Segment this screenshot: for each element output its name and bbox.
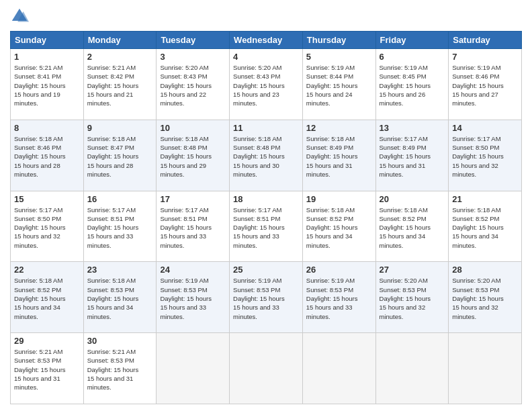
day-detail: Sunrise: 5:17 AMSunset: 8:51 PMDaylight:…: [233, 206, 285, 249]
calendar-cell: 12 Sunrise: 5:18 AMSunset: 8:49 PMDaylig…: [302, 120, 375, 191]
day-number: 12: [306, 123, 372, 133]
calendar-cell: 10 Sunrise: 5:18 AMSunset: 8:48 PMDaylig…: [157, 120, 230, 191]
day-detail: Sunrise: 5:18 AMSunset: 8:53 PMDaylight:…: [87, 277, 139, 320]
calendar-cell: 25 Sunrise: 5:19 AMSunset: 8:53 PMDaylig…: [230, 262, 303, 333]
calendar-cell: 26 Sunrise: 5:19 AMSunset: 8:53 PMDaylig…: [302, 262, 375, 333]
logo-icon: [10, 7, 29, 26]
day-number: 23: [87, 265, 153, 275]
day-detail: Sunrise: 5:19 AMSunset: 8:45 PMDaylight:…: [380, 64, 431, 107]
calendar-cell: 18 Sunrise: 5:17 AMSunset: 8:51 PMDaylig…: [230, 191, 303, 262]
day-detail: Sunrise: 5:17 AMSunset: 8:50 PMDaylight:…: [452, 135, 504, 178]
day-detail: Sunrise: 5:18 AMSunset: 8:52 PMDaylight:…: [380, 206, 431, 249]
day-detail: Sunrise: 5:20 AMSunset: 8:53 PMDaylight:…: [380, 277, 431, 320]
day-number: 13: [380, 123, 445, 133]
calendar-cell: 24 Sunrise: 5:19 AMSunset: 8:53 PMDaylig…: [157, 262, 230, 333]
day-number: 8: [14, 123, 80, 133]
day-detail: Sunrise: 5:18 AMSunset: 8:52 PMDaylight:…: [14, 277, 66, 320]
day-number: 4: [233, 52, 299, 62]
day-detail: Sunrise: 5:21 AMSunset: 8:53 PMDaylight:…: [14, 348, 66, 391]
day-number: 5: [306, 52, 372, 62]
calendar-week-row: 8 Sunrise: 5:18 AMSunset: 8:46 PMDayligh…: [11, 120, 522, 191]
logo: [10, 7, 32, 26]
calendar-cell: [302, 333, 375, 404]
day-number: 3: [160, 52, 226, 62]
calendar-table: SundayMondayTuesdayWednesdayThursdayFrid…: [10, 31, 522, 404]
day-number: 18: [233, 194, 299, 204]
day-number: 6: [380, 52, 445, 62]
day-detail: Sunrise: 5:17 AMSunset: 8:49 PMDaylight:…: [380, 135, 431, 178]
day-number: 21: [452, 194, 518, 204]
day-number: 2: [87, 52, 153, 62]
day-detail: Sunrise: 5:18 AMSunset: 8:48 PMDaylight:…: [233, 135, 285, 178]
calendar-cell: 16 Sunrise: 5:17 AMSunset: 8:51 PMDaylig…: [83, 191, 157, 262]
calendar-cell: 8 Sunrise: 5:18 AMSunset: 8:46 PMDayligh…: [11, 120, 84, 191]
day-number: 10: [160, 123, 226, 133]
calendar-cell: 4 Sunrise: 5:20 AMSunset: 8:43 PMDayligh…: [230, 49, 303, 120]
day-number: 26: [306, 265, 372, 275]
calendar-cell: 29 Sunrise: 5:21 AMSunset: 8:53 PMDaylig…: [11, 333, 84, 404]
calendar-cell: 9 Sunrise: 5:18 AMSunset: 8:47 PMDayligh…: [83, 120, 157, 191]
calendar-cell: [157, 333, 230, 404]
calendar-cell: 14 Sunrise: 5:17 AMSunset: 8:50 PMDaylig…: [449, 120, 522, 191]
calendar-cell: 19 Sunrise: 5:18 AMSunset: 8:52 PMDaylig…: [302, 191, 375, 262]
day-number: 7: [452, 52, 518, 62]
day-detail: Sunrise: 5:21 AMSunset: 8:42 PMDaylight:…: [87, 64, 139, 107]
weekday-header-tuesday: Tuesday: [157, 32, 230, 49]
weekday-header-row: SundayMondayTuesdayWednesdayThursdayFrid…: [11, 32, 522, 49]
calendar-week-row: 22 Sunrise: 5:18 AMSunset: 8:52 PMDaylig…: [11, 262, 522, 333]
header: [10, 7, 522, 26]
calendar-cell: 23 Sunrise: 5:18 AMSunset: 8:53 PMDaylig…: [83, 262, 157, 333]
day-detail: Sunrise: 5:18 AMSunset: 8:46 PMDaylight:…: [14, 135, 66, 178]
day-detail: Sunrise: 5:21 AMSunset: 8:41 PMDaylight:…: [14, 64, 66, 107]
day-number: 25: [233, 265, 299, 275]
calendar-week-row: 1 Sunrise: 5:21 AMSunset: 8:41 PMDayligh…: [11, 49, 522, 120]
day-detail: Sunrise: 5:18 AMSunset: 8:52 PMDaylight:…: [452, 206, 504, 249]
calendar-cell: 22 Sunrise: 5:18 AMSunset: 8:52 PMDaylig…: [11, 262, 84, 333]
weekday-header-friday: Friday: [375, 32, 449, 49]
calendar-cell: 3 Sunrise: 5:20 AMSunset: 8:43 PMDayligh…: [157, 49, 230, 120]
weekday-header-thursday: Thursday: [302, 32, 375, 49]
calendar-cell: 11 Sunrise: 5:18 AMSunset: 8:48 PMDaylig…: [230, 120, 303, 191]
day-number: 19: [306, 194, 372, 204]
day-detail: Sunrise: 5:18 AMSunset: 8:47 PMDaylight:…: [87, 135, 139, 178]
calendar-cell: 15 Sunrise: 5:17 AMSunset: 8:50 PMDaylig…: [11, 191, 84, 262]
weekday-header-sunday: Sunday: [11, 32, 84, 49]
calendar-cell: 21 Sunrise: 5:18 AMSunset: 8:52 PMDaylig…: [449, 191, 522, 262]
day-detail: Sunrise: 5:21 AMSunset: 8:53 PMDaylight:…: [87, 348, 139, 391]
day-detail: Sunrise: 5:17 AMSunset: 8:50 PMDaylight:…: [14, 206, 66, 249]
calendar-cell: 1 Sunrise: 5:21 AMSunset: 8:41 PMDayligh…: [11, 49, 84, 120]
day-number: 11: [233, 123, 299, 133]
day-detail: Sunrise: 5:19 AMSunset: 8:53 PMDaylight:…: [306, 277, 358, 320]
day-number: 27: [380, 265, 445, 275]
weekday-header-wednesday: Wednesday: [230, 32, 303, 49]
page: SundayMondayTuesdayWednesdayThursdayFrid…: [0, 0, 532, 411]
day-number: 24: [160, 265, 226, 275]
calendar-cell: [375, 333, 449, 404]
day-number: 14: [452, 123, 518, 133]
day-number: 29: [14, 336, 80, 346]
weekday-header-saturday: Saturday: [449, 32, 522, 49]
day-detail: Sunrise: 5:18 AMSunset: 8:52 PMDaylight:…: [306, 206, 358, 249]
day-number: 22: [14, 265, 80, 275]
day-number: 15: [14, 194, 80, 204]
calendar-cell: 7 Sunrise: 5:19 AMSunset: 8:46 PMDayligh…: [449, 49, 522, 120]
calendar-cell: 27 Sunrise: 5:20 AMSunset: 8:53 PMDaylig…: [375, 262, 449, 333]
day-detail: Sunrise: 5:19 AMSunset: 8:53 PMDaylight:…: [233, 277, 285, 320]
day-detail: Sunrise: 5:17 AMSunset: 8:51 PMDaylight:…: [160, 206, 212, 249]
day-detail: Sunrise: 5:20 AMSunset: 8:43 PMDaylight:…: [233, 64, 285, 107]
calendar-week-row: 15 Sunrise: 5:17 AMSunset: 8:50 PMDaylig…: [11, 191, 522, 262]
calendar-cell: 20 Sunrise: 5:18 AMSunset: 8:52 PMDaylig…: [375, 191, 449, 262]
weekday-header-monday: Monday: [83, 32, 157, 49]
calendar-week-row: 29 Sunrise: 5:21 AMSunset: 8:53 PMDaylig…: [11, 333, 522, 404]
calendar-cell: 5 Sunrise: 5:19 AMSunset: 8:44 PMDayligh…: [302, 49, 375, 120]
day-number: 16: [87, 194, 153, 204]
day-number: 1: [14, 52, 80, 62]
day-number: 9: [87, 123, 153, 133]
calendar-cell: 28 Sunrise: 5:20 AMSunset: 8:53 PMDaylig…: [449, 262, 522, 333]
day-detail: Sunrise: 5:19 AMSunset: 8:53 PMDaylight:…: [160, 277, 212, 320]
calendar-cell: 13 Sunrise: 5:17 AMSunset: 8:49 PMDaylig…: [375, 120, 449, 191]
day-detail: Sunrise: 5:18 AMSunset: 8:48 PMDaylight:…: [160, 135, 212, 178]
day-detail: Sunrise: 5:18 AMSunset: 8:49 PMDaylight:…: [306, 135, 358, 178]
day-detail: Sunrise: 5:20 AMSunset: 8:43 PMDaylight:…: [160, 64, 212, 107]
calendar-cell: 17 Sunrise: 5:17 AMSunset: 8:51 PMDaylig…: [157, 191, 230, 262]
